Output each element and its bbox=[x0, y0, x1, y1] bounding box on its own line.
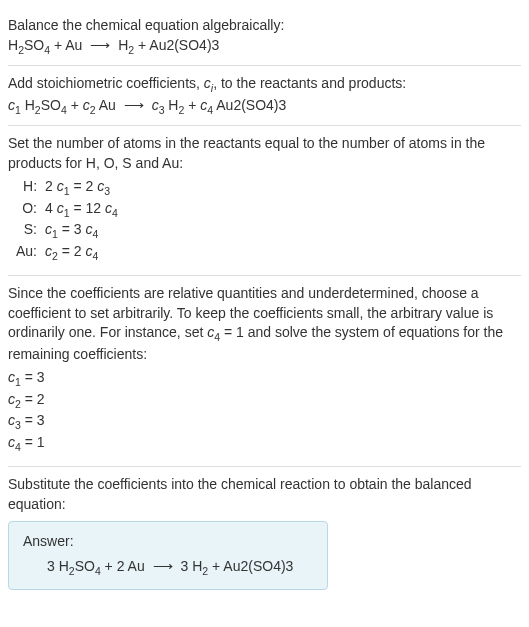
step4-text: Substitute the coefficients into the che… bbox=[8, 475, 521, 514]
step4-section: Substitute the coefficients into the che… bbox=[8, 467, 521, 597]
eq: = 3 bbox=[21, 412, 45, 428]
intro-section: Balance the chemical equation algebraica… bbox=[8, 8, 521, 66]
var: c bbox=[57, 200, 64, 216]
num: 3 bbox=[74, 221, 86, 237]
coef-var: c bbox=[8, 97, 15, 113]
arrow-icon: ⟶ bbox=[86, 37, 114, 53]
reactant-text: H bbox=[59, 558, 69, 574]
num: 2 bbox=[45, 178, 57, 194]
answer-reaction: 3 H2SO4 + 2 Au ⟶ 3 H2 + Au2(SO4)3 bbox=[23, 557, 313, 578]
var: c bbox=[105, 200, 112, 216]
atom-equation: 4 c1 = 12 c4 bbox=[45, 199, 118, 220]
coef-row: c3 = 3 bbox=[8, 411, 521, 432]
arrow-icon: ⟶ bbox=[120, 97, 148, 113]
subscript: 3 bbox=[104, 185, 110, 197]
var: c bbox=[57, 178, 64, 194]
reactant-text: SO bbox=[41, 97, 61, 113]
num: 2 bbox=[74, 243, 86, 259]
var: c bbox=[8, 412, 15, 428]
product-text: Au2(SO4)3 bbox=[223, 558, 293, 574]
plus: + bbox=[134, 37, 149, 53]
eq: = 2 bbox=[21, 391, 45, 407]
subscript: 2 bbox=[90, 103, 96, 115]
arrow-icon: ⟶ bbox=[149, 558, 177, 574]
atom-label: S: bbox=[16, 220, 45, 241]
coef: 3 bbox=[47, 558, 59, 574]
var: c bbox=[8, 391, 15, 407]
step3-text: Since the coefficients are relative quan… bbox=[8, 284, 521, 364]
eq: = 3 bbox=[21, 369, 45, 385]
table-row: S: c1 = 3 c4 bbox=[16, 220, 118, 241]
subscript: 1 bbox=[15, 103, 21, 115]
var: c bbox=[45, 243, 52, 259]
intro-title: Balance the chemical equation algebraica… bbox=[8, 16, 521, 36]
subscript: 4 bbox=[93, 249, 99, 261]
step1-reaction: c1 H2SO4 + c2 Au ⟶ c3 H2 + c4 Au2(SO4)3 bbox=[8, 96, 521, 117]
eq: = 1 bbox=[21, 434, 45, 450]
var: c bbox=[86, 221, 93, 237]
plus: + bbox=[208, 558, 223, 574]
coef-row: c2 = 2 bbox=[8, 390, 521, 411]
intro-reaction: H2SO4 + Au ⟶ H2 + Au2(SO4)3 bbox=[8, 36, 521, 57]
reactant-text: Au bbox=[99, 97, 116, 113]
step1-section: Add stoichiometric coefficients, ci, to … bbox=[8, 66, 521, 126]
var: c bbox=[8, 369, 15, 385]
atom-label: Au: bbox=[16, 242, 45, 263]
reactant-text: SO bbox=[75, 558, 95, 574]
subscript: 4 bbox=[93, 228, 99, 240]
product-text: H bbox=[118, 37, 128, 53]
step2-section: Set the number of atoms in the reactants… bbox=[8, 126, 521, 276]
coef-var: c bbox=[152, 97, 159, 113]
subscript: 4 bbox=[112, 207, 118, 219]
coef-row: c4 = 1 bbox=[8, 433, 521, 454]
coef: 2 bbox=[117, 558, 128, 574]
product-text: Au2(SO4)3 bbox=[149, 37, 219, 53]
eq: = bbox=[70, 200, 86, 216]
plus: + bbox=[101, 558, 117, 574]
atom-equation: 2 c1 = 2 c3 bbox=[45, 177, 118, 198]
atom-label: O: bbox=[16, 199, 45, 220]
eq: = bbox=[58, 221, 74, 237]
var: c bbox=[45, 221, 52, 237]
step3-section: Since the coefficients are relative quan… bbox=[8, 276, 521, 467]
coef: 3 bbox=[181, 558, 193, 574]
atom-label: H: bbox=[16, 177, 45, 198]
coef-var: c bbox=[83, 97, 90, 113]
answer-box: Answer: 3 H2SO4 + 2 Au ⟶ 3 H2 + Au2(SO4)… bbox=[8, 521, 328, 590]
answer-label: Answer: bbox=[23, 532, 313, 552]
var: c bbox=[204, 75, 211, 91]
plus: + bbox=[50, 37, 65, 53]
step2-text: Set the number of atoms in the reactants… bbox=[8, 134, 521, 173]
atom-balance-table: H: 2 c1 = 2 c3 O: 4 c1 = 12 c4 S: c1 = 3… bbox=[16, 177, 118, 263]
product-text: H bbox=[192, 558, 202, 574]
table-row: O: 4 c1 = 12 c4 bbox=[16, 199, 118, 220]
step-text: , to the reactants and products: bbox=[213, 75, 406, 91]
product-text: Au2(SO4)3 bbox=[216, 97, 286, 113]
num: 2 bbox=[86, 178, 98, 194]
num: 12 bbox=[86, 200, 105, 216]
eq: = bbox=[58, 243, 74, 259]
coef-row: c1 = 3 bbox=[8, 368, 521, 389]
step1-text: Add stoichiometric coefficients, ci, to … bbox=[8, 74, 521, 95]
table-row: Au: c2 = 2 c4 bbox=[16, 242, 118, 263]
atom-equation: c2 = 2 c4 bbox=[45, 242, 118, 263]
coefficient-list: c1 = 3 c2 = 2 c3 = 3 c4 = 1 bbox=[8, 368, 521, 454]
plus: + bbox=[184, 97, 200, 113]
reactant-text: SO bbox=[24, 37, 44, 53]
reactant-text: H bbox=[25, 97, 35, 113]
plus: + bbox=[67, 97, 83, 113]
eq: = bbox=[70, 178, 86, 194]
atom-equation: c1 = 3 c4 bbox=[45, 220, 118, 241]
product-text: H bbox=[168, 97, 178, 113]
eq: = 1 bbox=[220, 324, 244, 340]
var: c bbox=[86, 243, 93, 259]
num: 4 bbox=[45, 200, 57, 216]
var: c bbox=[8, 434, 15, 450]
step-text: Add stoichiometric coefficients, bbox=[8, 75, 204, 91]
reactant-text: Au bbox=[65, 37, 82, 53]
reactant-text: Au bbox=[128, 558, 145, 574]
reactant-text: H bbox=[8, 37, 18, 53]
table-row: H: 2 c1 = 2 c3 bbox=[16, 177, 118, 198]
